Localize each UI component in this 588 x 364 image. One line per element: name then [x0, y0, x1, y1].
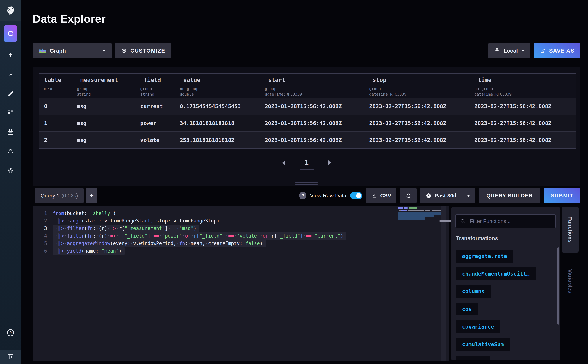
code-line[interactable]: 5··|>·aggregateWindow(every:·v.windowPer…	[33, 240, 449, 247]
chevron-down-icon	[467, 195, 470, 197]
pencil-icon	[7, 90, 14, 98]
sidebar-item-alerts[interactable]	[0, 142, 21, 161]
help-icon[interactable]: ?	[0, 324, 21, 342]
toolbar: Graph CUSTOMIZE Local SAVE AS	[33, 43, 581, 58]
view-raw-data-label: View Raw Data	[310, 193, 346, 199]
csv-download-button[interactable]: CSV	[366, 188, 396, 203]
flux-editor[interactable]: 1from(bucket: "shelly")2 |> range(start:…	[33, 206, 449, 361]
table-row: 2msgvolate253.18181818181822023-01-28T15…	[39, 131, 576, 148]
raw-data-help-icon[interactable]: ?	[299, 192, 306, 199]
function-chip[interactable]: aggregate.rate	[456, 250, 513, 262]
line-number: 4	[33, 232, 52, 240]
table-cell: msg	[72, 132, 135, 148]
next-page-button[interactable]	[328, 160, 331, 165]
editor-resize-handle[interactable]	[439, 220, 451, 222]
function-chip-partial[interactable]	[456, 356, 490, 360]
table-cell: 2023-02-27T15:56:42.008Z	[364, 115, 469, 131]
submit-button[interactable]: SUBMIT	[544, 188, 581, 203]
function-chip[interactable]: covariance	[456, 320, 501, 333]
grid-icon	[7, 109, 14, 117]
table-cell: 2	[39, 132, 72, 148]
panel-resize-handle[interactable]	[295, 182, 318, 186]
function-chip[interactable]: cov	[456, 303, 478, 315]
code-text: from(bucket: "shelly")	[52, 210, 116, 217]
table-cell: 2023-01-28T15:56:42.008Z	[260, 115, 364, 131]
query-toolbar: Query 1 (0.02s) + ? View Raw Data CSV Pa…	[35, 188, 581, 203]
prev-page-button[interactable]	[282, 160, 285, 165]
raw-data-table: tablemean_measurementgroupstring_fieldgr…	[39, 73, 576, 149]
column-header-_start: _startgroupdateTime:RFC3339	[260, 73, 364, 98]
query-tab[interactable]: Query 1 (0.02s)	[35, 188, 84, 203]
calendar-icon	[7, 128, 14, 136]
page-number[interactable]: 1	[300, 158, 314, 170]
functions-panel: Transformations aggregate.ratechandeMome…	[451, 207, 560, 360]
scope-dropdown[interactable]: Local	[488, 43, 530, 58]
influxdb-logo-icon[interactable]	[0, 0, 21, 21]
table-cell: current	[135, 98, 175, 115]
time-range-dropdown[interactable]: Past 30d	[420, 188, 476, 203]
view-type-dropdown[interactable]: Graph	[33, 43, 112, 58]
view-raw-data-toggle[interactable]	[350, 192, 362, 199]
code-text: ··|>·filter(fn:·(r)·=>·r["_measurement"]…	[52, 225, 200, 232]
app-window: C ? Data Explorer Graph	[0, 0, 588, 364]
line-number: 2	[33, 217, 52, 225]
view-type-label: Graph	[50, 48, 66, 54]
code-text: ··|>·filter(fn:·(r)·=>·r["_field"]·==·"p…	[52, 232, 346, 240]
table-cell: 2023-01-28T15:56:42.008Z	[260, 132, 364, 148]
line-number: 5	[33, 240, 52, 247]
table-cell: power	[135, 115, 175, 131]
sidebar-nav	[0, 46, 21, 180]
chevron-down-icon	[521, 50, 525, 52]
save-as-button[interactable]: SAVE AS	[534, 43, 581, 58]
code-line[interactable]: 2 |> range(start: v.timeRangeStart, stop…	[33, 217, 449, 225]
sidebar-item-notebooks[interactable]	[0, 84, 21, 103]
code-line[interactable]: 4··|>·filter(fn:·(r)·=>·r["_field"]·==·"…	[33, 232, 449, 240]
page-title: Data Explorer	[33, 13, 106, 25]
table-cell: 2023-02-27T15:56:42.008Z	[469, 132, 576, 148]
sidebar-item-tasks[interactable]	[0, 123, 21, 142]
refresh-icon	[405, 193, 412, 199]
sidebar-item-upload-data[interactable]	[0, 46, 21, 65]
export-icon	[539, 48, 546, 54]
query-builder-button[interactable]: QUERY BUILDER	[479, 188, 540, 203]
editor-scrollbar[interactable]	[441, 206, 446, 361]
add-query-button[interactable]: +	[86, 188, 97, 203]
tab-variables[interactable]: Variables	[562, 265, 579, 298]
function-chip[interactable]: chandeMomentumOscill…	[456, 267, 536, 280]
line-number: 6	[33, 247, 52, 255]
function-chip[interactable]: columns	[456, 285, 491, 298]
table-cell: msg	[72, 98, 135, 115]
clock-icon	[425, 193, 432, 199]
code-line[interactable]: 3··|>·filter(fn:·(r)·=>·r["_measurement"…	[33, 225, 449, 232]
org-avatar[interactable]: C	[4, 25, 17, 42]
gear-icon	[7, 166, 14, 174]
sidebar-expand-icon[interactable]	[0, 350, 21, 364]
line-number: 1	[33, 210, 52, 217]
refresh-button[interactable]	[400, 188, 417, 203]
toggle-knob	[356, 193, 361, 198]
functions-scrollbar[interactable]	[557, 247, 559, 325]
function-chip[interactable]: cumulativeSum	[456, 338, 510, 351]
sidebar: C ?	[0, 0, 21, 364]
table-cell: 2023-02-27T15:56:42.008Z	[469, 115, 576, 131]
code-area[interactable]: 1from(bucket: "shelly")2 |> range(start:…	[33, 206, 449, 255]
filter-functions-input[interactable]	[469, 218, 551, 224]
line-number: 3	[33, 225, 52, 232]
code-line[interactable]: 6··|>·yield(name:·"mean")	[33, 247, 449, 255]
editor-minimap[interactable]	[398, 207, 441, 221]
column-header-_stop: _stopgroupdateTime:RFC3339	[364, 73, 469, 98]
tab-functions[interactable]: Functions	[562, 207, 579, 253]
table-cell: 0.17154545454545453	[175, 98, 260, 115]
sidebar-item-data-explorer[interactable]	[0, 65, 21, 84]
code-text: ··|>·yield(name:·"mean")	[52, 247, 125, 255]
page-underline	[300, 169, 314, 170]
sidebar-item-dashboards[interactable]	[0, 103, 21, 123]
table-cell: 1	[39, 115, 72, 131]
sidebar-item-settings[interactable]	[0, 161, 21, 180]
table-row: 0msgcurrent0.171545454545454532023-01-28…	[39, 98, 576, 115]
code-text: |> range(start: v.timeRangeStart, stop: …	[52, 217, 220, 225]
filter-functions-box[interactable]	[455, 214, 556, 228]
table-cell: 0	[39, 98, 72, 115]
code-line[interactable]: 1from(bucket: "shelly")	[33, 210, 449, 217]
customize-button[interactable]: CUSTOMIZE	[115, 43, 171, 58]
